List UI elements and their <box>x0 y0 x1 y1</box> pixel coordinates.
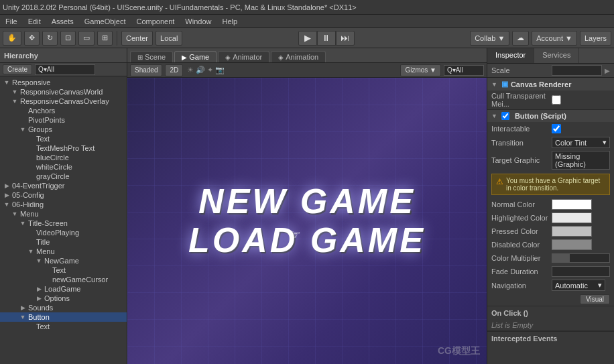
hierarchy-item[interactable]: newGameCursor <box>0 275 127 284</box>
menu-component[interactable]: Component <box>131 16 180 27</box>
fade-duration-row: Fade Duration 0.1 <box>487 265 614 278</box>
rotate-tool-btn[interactable]: ↻ <box>42 31 58 46</box>
warning-box: ⚠ You must have a Graphic target in colo… <box>491 174 610 195</box>
transition-arrow: ▾ <box>603 138 607 147</box>
hierarchy-item[interactable]: ▼Menu <box>0 209 127 219</box>
cloud-btn[interactable]: ☁ <box>512 31 529 46</box>
hierarchy-search-input[interactable] <box>35 64 95 75</box>
button-script-enable[interactable] <box>501 112 509 120</box>
disabled-color-swatch[interactable] <box>552 239 592 250</box>
menu-window[interactable]: Window <box>180 16 217 27</box>
hierarchy-item[interactable]: ▼Button <box>0 312 127 322</box>
hand-tool-btn[interactable]: ✋ <box>3 31 21 46</box>
hierarchy-item[interactable]: ▶05-Config <box>0 190 127 200</box>
center-btn[interactable]: Center <box>121 31 153 46</box>
scale-slider[interactable] <box>552 65 602 76</box>
menu-file[interactable]: File <box>0 16 23 27</box>
play-btn[interactable]: ▶ <box>298 31 317 46</box>
tree-label: Text <box>51 266 66 274</box>
tab-animator[interactable]: ◈Animator <box>218 51 269 62</box>
normal-color-swatch[interactable] <box>552 199 592 210</box>
hierarchy-item[interactable]: Text <box>0 265 127 275</box>
animator-tab-icon: ◈ <box>225 54 231 61</box>
tree-arrow: ▼ <box>3 79 11 86</box>
fade-duration-input[interactable]: 0.1 <box>552 266 610 277</box>
hierarchy-item[interactable]: ▼Responsive <box>0 78 127 87</box>
collab-btn[interactable]: Collab ▼ <box>470 31 509 46</box>
hierarchy-item[interactable]: ▼ResponsiveCanvasOverlay <box>0 97 127 106</box>
button-script-header[interactable]: ▼ Button (Script) <box>487 110 614 122</box>
color-multiplier-slider[interactable] <box>552 253 610 263</box>
hierarchy-item[interactable]: grayCircle <box>0 172 127 181</box>
menu-gameobject[interactable]: GameObject <box>79 16 131 27</box>
hierarchy-item[interactable]: ▶04-EventTrigger <box>0 181 127 190</box>
canvas-renderer-header[interactable]: ▼ ▣ Canvas Renderer <box>487 78 614 90</box>
pressed-color-swatch[interactable] <box>552 226 592 237</box>
hierarchy-item[interactable]: Text <box>0 134 127 143</box>
scale-row: Scale ▶ <box>487 64 614 78</box>
tab-inspector[interactable]: Inspector <box>487 48 534 63</box>
menu-edit[interactable]: Edit <box>23 16 46 27</box>
tree-arrow: ▼ <box>27 248 35 255</box>
hierarchy-item[interactable]: ▼NewGame <box>0 256 127 265</box>
tab-animation[interactable]: ◈Animation <box>271 51 326 62</box>
gizmos-btn[interactable]: Gizmos ▼ <box>400 64 441 76</box>
tree-label: Button <box>27 313 50 321</box>
cull-checkbox[interactable] <box>552 95 561 105</box>
hierarchy-create-btn[interactable]: Create <box>3 64 32 74</box>
tree-arrow: ▼ <box>11 98 19 105</box>
tree-arrow: ▼ <box>19 314 27 320</box>
hierarchy-item[interactable]: Title <box>0 237 127 247</box>
hierarchy-item[interactable]: ▼Menu <box>0 247 127 256</box>
scale-tool-btn[interactable]: ⊡ <box>60 31 76 46</box>
highlighted-color-swatch[interactable] <box>552 213 592 223</box>
visual-button[interactable]: Visual <box>580 294 610 304</box>
local-btn[interactable]: Local <box>156 31 182 46</box>
hierarchy-item[interactable]: VideoPlaying <box>0 228 127 237</box>
watermark: CG模型王 <box>438 345 480 357</box>
tab-services[interactable]: Services <box>534 48 579 63</box>
hierarchy-item[interactable]: Text <box>0 322 127 331</box>
move-tool-btn[interactable]: ✥ <box>24 31 40 46</box>
hierarchy-item[interactable]: ▼ResponsiveCanvasWorld <box>0 87 127 97</box>
menu-assets[interactable]: Assets <box>46 16 79 27</box>
hierarchy-item[interactable]: Anchors <box>0 106 127 115</box>
layers-btn[interactable]: Layers <box>580 31 611 46</box>
hierarchy-item[interactable]: ▶LoadGame <box>0 284 127 294</box>
hierarchy-item[interactable]: ▶Sounds <box>0 303 127 312</box>
hierarchy-item[interactable]: ▼06-Hiding <box>0 200 127 209</box>
hierarchy-item[interactable]: TextMeshPro Text <box>0 143 127 153</box>
transition-dropdown[interactable]: Color Tint ▾ <box>552 137 610 148</box>
hierarchy-item[interactable]: ▼Title-Screen <box>0 219 127 228</box>
account-btn[interactable]: Account ▼ <box>532 31 577 46</box>
scene-viewport[interactable]: NEW GAME LOAD GAME CG模型王 ☞ <box>127 78 487 364</box>
tab-scene[interactable]: ⊞Scene <box>130 51 173 62</box>
button-script-title: Button (Script) <box>515 112 566 120</box>
hierarchy-item[interactable]: blueCircle <box>0 153 127 162</box>
target-graphic-value[interactable]: Missing (Graphic) <box>552 151 610 170</box>
2d-btn[interactable]: 2D <box>165 64 183 76</box>
pause-btn[interactable]: ⏸ <box>317 31 336 46</box>
step-btn[interactable]: ⏭ <box>336 31 355 46</box>
navigation-dropdown[interactable]: Automatic ▾ <box>552 280 605 291</box>
tree-arrow: ▶ <box>3 182 11 189</box>
tab-game[interactable]: ▶Game <box>174 51 217 62</box>
scene-search-input[interactable] <box>444 65 484 76</box>
hierarchy-item[interactable]: PivotPoints <box>0 115 127 125</box>
interactable-row: Interactable <box>487 122 614 135</box>
rect-tool-btn[interactable]: ▭ <box>78 31 95 46</box>
shaded-btn[interactable]: Shaded <box>130 64 162 76</box>
interactable-checkbox[interactable] <box>552 124 561 133</box>
transition-label: Transition <box>491 139 552 147</box>
canvas-renderer-section: ▼ ▣ Canvas Renderer Cull Transparent Mei… <box>487 78 614 110</box>
hierarchy-toolbar: Create <box>0 63 127 76</box>
hierarchy-item[interactable]: ▶Options <box>0 294 127 303</box>
disabled-color-label: Disabled Color <box>491 241 552 249</box>
scale-arrow[interactable]: ▶ <box>605 67 610 74</box>
hierarchy-item[interactable]: whiteCircle <box>0 162 127 172</box>
tree-label: LoadGame <box>43 285 80 293</box>
hierarchy-item[interactable]: ▼Groups <box>0 125 127 134</box>
multi-tool-btn[interactable]: ⊞ <box>97 31 113 46</box>
menu-help[interactable]: Help <box>217 16 243 27</box>
tree-label: 06-Hiding <box>11 200 44 208</box>
